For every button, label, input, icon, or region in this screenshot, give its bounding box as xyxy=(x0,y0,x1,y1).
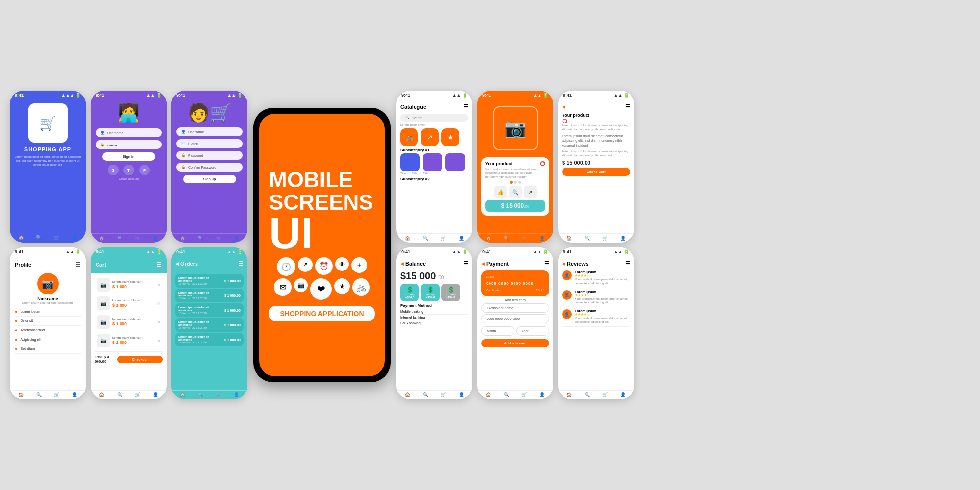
cart-item-name-3: Lorem ipsum dolor sit xyxy=(112,318,155,321)
expiry-row: Month Year xyxy=(481,325,549,337)
add-new-card-label: Add new card xyxy=(481,298,549,302)
cat-icon-star[interactable]: ★ xyxy=(441,128,459,146)
menu-item-4[interactable]: ●Adipiscing elit xyxy=(15,335,81,344)
create-account-link[interactable]: Create account xyxy=(96,177,162,180)
menu-item-3[interactable]: ●Ametconsectuer xyxy=(15,326,81,335)
signup-username-input[interactable]: 👤Username xyxy=(176,127,243,136)
review-avatar-1: 👤 xyxy=(562,270,572,280)
product-info-card: Your product ⭕ Your productLorem ipsum d… xyxy=(481,157,549,216)
cart-hamburger-icon[interactable]: ☰ xyxy=(156,261,162,268)
payment-back-icon[interactable]: ◀ xyxy=(481,261,485,266)
subcategory1-items xyxy=(400,153,468,171)
payment-menu-icon[interactable]: ☰ xyxy=(544,260,549,267)
review-text-1: Your productLorem ipsum dolor sit amet, … xyxy=(575,278,630,286)
phone-reviews: 9:41 ▲▲ 🔋 ◀ Reviews ☰ 👤 Lorem ip xyxy=(558,247,634,399)
remove-icon-1[interactable]: ✕ xyxy=(157,282,161,288)
nav-cart-icon[interactable]: 🛒 xyxy=(54,235,60,240)
menu-item-2[interactable]: ●Dolor sit xyxy=(15,317,81,326)
left-column: 9:41 ▲▲▲ 🔋 🛒 SHOPPING APP Lorem ipsum do… xyxy=(10,91,247,399)
checkout-button[interactable]: Checkout xyxy=(117,356,163,363)
phone-catalogue: 9:41 ▲▲ 🔋 Catalogue ☰ 🔍Search Lorem ipsu… xyxy=(396,91,472,243)
subcat-item-2[interactable] xyxy=(423,153,442,171)
username-input[interactable]: 👤Username xyxy=(96,128,162,137)
signup-button[interactable]: Sign up xyxy=(183,175,236,183)
remove-icon-2[interactable]: ✕ xyxy=(157,301,161,306)
phone-signup: 9:41 ▲▲ 🔋 🧑‍🛒 👤Username ✉️E-mail 🔒Passwo… xyxy=(172,91,247,243)
subcat-item-3[interactable] xyxy=(445,153,465,171)
order-item-1: Lorem ipsum dolor sit ametcons 15 Items … xyxy=(175,274,244,288)
google-login-btn[interactable]: G xyxy=(108,165,119,175)
add-to-cart-button[interactable]: Add to Cart xyxy=(562,168,630,176)
balance-amount: $15 000 xyxy=(400,270,436,281)
review-stars-1: ★★★★☆ xyxy=(575,274,630,278)
balance-back-icon[interactable]: ◀ xyxy=(400,261,404,266)
bubble-arrow: ↗ xyxy=(298,257,313,272)
cart-thumb-2: 📷 xyxy=(97,296,110,310)
remove-icon-3[interactable]: ✕ xyxy=(157,319,161,325)
balance-amount-section: $15 000 .00 xyxy=(400,270,468,282)
back-icon[interactable]: ◀ xyxy=(175,261,179,266)
method-sms[interactable]: SMS banking xyxy=(400,320,468,326)
right-top-row: 9:41 ▲▲ 🔋 Catalogue ☰ 🔍Search Lorem ipsu… xyxy=(396,91,634,243)
favorite-icon[interactable]: ⭕ xyxy=(540,161,545,166)
orders-hamburger-icon[interactable]: ☰ xyxy=(238,260,244,267)
signal-icons: ▲▲ 🔋 xyxy=(147,93,162,98)
status-time: 9:41 xyxy=(401,249,410,254)
back-arrow-icon[interactable]: ◀ xyxy=(562,104,565,109)
order-meta-4: 15 Items 22.11.2020 xyxy=(178,326,222,329)
catalogue-search[interactable]: 🔍Search xyxy=(400,114,468,122)
right-column: 9:41 ▲▲ 🔋 Catalogue ☰ 🔍Search Lorem ipsu… xyxy=(396,91,634,399)
review-text-3: Your productLorem ipsum dolor sit amet, … xyxy=(575,317,630,324)
status-time: 9:41 xyxy=(15,93,24,98)
catalogue-menu-icon[interactable]: ☰ xyxy=(464,103,468,110)
status-time: 9:41 xyxy=(401,93,410,98)
signup-password-input[interactable]: 🔒Password xyxy=(176,151,243,160)
password-input[interactable]: 🔒•••••••• xyxy=(96,140,162,149)
nav-user-icon[interactable]: 👤 xyxy=(72,235,77,240)
reviews-menu-icon[interactable]: ☰ xyxy=(625,260,630,267)
year-input[interactable]: Year xyxy=(516,326,550,336)
search-icon[interactable]: 🔍 xyxy=(509,186,522,198)
like-icon[interactable]: 👍 xyxy=(494,186,507,198)
product-long-desc: Lorem ipsum dolor sit amet, consectetur … xyxy=(562,134,630,148)
hamburger-icon[interactable]: ☰ xyxy=(75,261,81,268)
facebook-login-btn[interactable]: F xyxy=(139,165,150,175)
review-stars-2: ★★★★☆ xyxy=(575,294,630,297)
signin-button[interactable]: Sign in xyxy=(102,152,155,161)
reviews-back-icon[interactable]: ◀ xyxy=(562,261,565,266)
nav-search-icon[interactable]: 🔍 xyxy=(36,235,42,240)
cart-item-3: 📷 Lorem ipsum dolor sit $ 1 000 ✕ xyxy=(95,313,163,331)
add-new-card-button[interactable]: Add new card xyxy=(481,339,549,347)
card-number-input[interactable]: 0000 0000 0000 0000 xyxy=(481,314,549,323)
balance-menu-icon[interactable]: ☰ xyxy=(464,260,468,267)
signup-email-input[interactable]: ✉️E-mail xyxy=(176,139,243,148)
phone-payment: 9:41 ▲▲ 🔋 ◀ Payment ☰ DEBIT 0000 0000 00… xyxy=(477,247,553,399)
profile-title: Profile xyxy=(15,262,31,268)
menu-item-5[interactable]: ●Sed diam xyxy=(15,344,81,354)
signup-confirm-input[interactable]: 🔒Confirm Password xyxy=(176,163,243,172)
phone-cart: 9:41 ▲▲ 🔋 Cart ☰ 📷 Lorem ipsum dolor sit… xyxy=(91,247,167,399)
order-meta-5: 15 Items 22.11.2020 xyxy=(178,341,222,344)
orders-header: ◀ Orders ☰ xyxy=(175,258,244,269)
month-input[interactable]: Month xyxy=(481,326,514,336)
payment-header: ◀ Payment ☰ xyxy=(481,258,549,269)
product-desc: Your productLorem ipsum dolor sit amet, … xyxy=(485,168,545,179)
cardholder-name-input[interactable]: Cardholder name xyxy=(481,303,549,313)
cat-icon-bike[interactable]: 🚲 xyxy=(400,128,418,146)
nav-home-icon[interactable]: 🏠 xyxy=(18,235,24,240)
method-internet[interactable]: Internet banking xyxy=(400,315,468,320)
signal-icons: ▲▲ 🔋 xyxy=(533,93,548,98)
product-menu-icon[interactable]: ☰ xyxy=(625,103,630,110)
action-icons-row: 👍 🔍 ↗ xyxy=(485,186,545,198)
cat-icon-arrow[interactable]: ↗ xyxy=(421,128,439,146)
twitter-login-btn[interactable]: T xyxy=(123,165,134,175)
share-icon[interactable]: ↗ xyxy=(524,186,537,198)
signal-icons: ▲▲ 🔋 xyxy=(533,249,548,254)
remove-icon-4[interactable]: ✕ xyxy=(157,338,161,343)
subcat-item-1[interactable] xyxy=(400,153,420,171)
review-item-2: 👤 Lorem ipsum ★★★★☆ Your productLorem ip… xyxy=(562,290,630,308)
method-mobile[interactable]: Mobile banking xyxy=(400,309,468,315)
status-time: 9:41 xyxy=(563,249,572,254)
menu-item-1[interactable]: ●Lorem ipsum xyxy=(15,307,81,317)
signal-icons: ▲▲ 🔋 xyxy=(452,93,467,98)
